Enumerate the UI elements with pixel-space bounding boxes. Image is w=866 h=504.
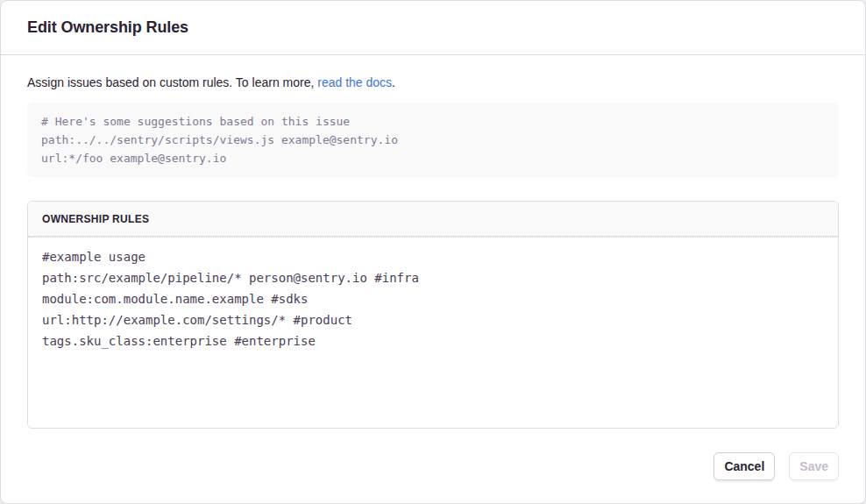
read-the-docs-link[interactable]: read the docs bbox=[317, 75, 392, 89]
dialog-footer: Cancel Save bbox=[27, 452, 839, 480]
cancel-button[interactable]: Cancel bbox=[713, 452, 775, 480]
ownership-rules-panel: OWNERSHIP RULES #example usage path:src/… bbox=[27, 201, 839, 429]
ownership-rules-panel-title: OWNERSHIP RULES bbox=[42, 213, 149, 225]
suggestions-code-block: # Here's some suggestions based on this … bbox=[27, 103, 839, 177]
description-suffix: . bbox=[392, 75, 395, 89]
description-text: Assign issues based on custom rules. To … bbox=[27, 75, 839, 90]
save-button[interactable]: Save bbox=[789, 452, 839, 480]
ownership-rules-textarea[interactable]: #example usage path:src/example/pipeline… bbox=[28, 237, 838, 428]
dialog-header: Edit Ownership Rules bbox=[1, 1, 865, 55]
dialog-body: Assign issues based on custom rules. To … bbox=[1, 55, 865, 504]
description-prefix: Assign issues based on custom rules. To … bbox=[27, 75, 317, 89]
edit-ownership-rules-dialog: Edit Ownership Rules Assign issues based… bbox=[0, 0, 866, 504]
dialog-title: Edit Ownership Rules bbox=[27, 18, 188, 37]
ownership-rules-panel-header: OWNERSHIP RULES bbox=[28, 202, 838, 237]
